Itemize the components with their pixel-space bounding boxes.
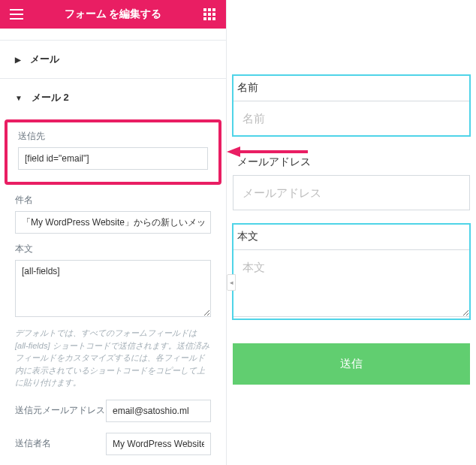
sidebar-topbar: フォーム を編集する <box>0 0 226 29</box>
preview-body-block[interactable]: 本文 <box>233 224 470 319</box>
svg-rect-0 <box>10 9 23 11</box>
topbar-title: フォーム を編集する <box>65 8 162 21</box>
svg-rect-1 <box>10 14 23 15</box>
subject-input[interactable] <box>15 211 211 234</box>
section-body: 件名 本文 デフォルトでは、すべてのフォームフィールドは [all-fields… <box>0 194 226 465</box>
preview-email-block[interactable]: メールアドレス <box>233 149 470 210</box>
subject-label: 件名 <box>15 194 211 207</box>
form-preview: 名前 メールアドレス 本文 送信 <box>227 75 476 385</box>
section-title: メール <box>30 53 59 66</box>
editor-sidebar: フォーム を編集する ▶ メール ▼ メール 2 送信先 件名 <box>0 0 227 465</box>
svg-rect-2 <box>10 18 23 20</box>
svg-rect-6 <box>203 13 206 16</box>
chevron-down-icon: ▼ <box>15 94 23 102</box>
svg-rect-3 <box>203 8 206 11</box>
preview-name-input[interactable] <box>233 101 470 136</box>
menu-button[interactable] <box>8 5 26 23</box>
preview-name-block[interactable]: 名前 <box>233 75 470 136</box>
from-name-row: 送信者名 <box>15 433 211 455</box>
widgets-button[interactable] <box>200 5 218 23</box>
section-mail2: ▼ メール 2 送信先 件名 本文 デフォルトでは、すべてのフォームフィールドは… <box>0 79 226 465</box>
svg-rect-10 <box>208 17 211 20</box>
preview-name-label: 名前 <box>233 75 470 101</box>
svg-rect-7 <box>208 13 211 16</box>
highlighted-field: 送信先 <box>5 119 221 185</box>
body-label: 本文 <box>15 243 211 255</box>
subject-row: 件名 <box>15 194 211 234</box>
preview-panel: 名前 メールアドレス 本文 送信 <box>227 0 476 465</box>
chevron-left-icon: ◂ <box>230 279 233 286</box>
preview-body-textarea[interactable] <box>233 249 470 317</box>
from-email-input[interactable] <box>106 400 211 422</box>
from-email-label: 送信元メールアドレス <box>15 404 106 417</box>
to-label: 送信先 <box>18 130 208 143</box>
svg-rect-9 <box>203 17 206 20</box>
section-title: メール 2 <box>32 91 69 104</box>
help-text: デフォルトでは、すべてのフォームフィールドは [all-fields] ショート… <box>15 327 211 389</box>
svg-rect-11 <box>212 17 215 20</box>
from-name-input[interactable] <box>106 433 211 455</box>
svg-rect-4 <box>208 8 211 11</box>
preview-body-label: 本文 <box>233 224 470 249</box>
hamburger-icon <box>10 9 23 20</box>
section-header-mail2[interactable]: ▼ メール 2 <box>0 79 226 116</box>
preview-email-label: メールアドレス <box>233 149 470 175</box>
body-row: 本文 <box>15 243 211 319</box>
grid-icon <box>203 8 215 20</box>
panel-drag-handle[interactable]: ◂ <box>227 274 236 291</box>
svg-rect-5 <box>212 8 215 11</box>
body-textarea[interactable] <box>15 260 211 317</box>
section-mail: ▶ メール <box>0 41 226 79</box>
section-header-mail[interactable]: ▶ メール <box>0 41 226 78</box>
from-email-row: 送信元メールアドレス <box>15 400 211 422</box>
to-input[interactable] <box>18 147 208 170</box>
chevron-right-icon: ▶ <box>15 56 21 64</box>
svg-rect-8 <box>212 13 215 16</box>
spacer <box>0 29 226 41</box>
from-name-label: 送信者名 <box>15 437 106 450</box>
submit-button[interactable]: 送信 <box>233 343 470 385</box>
preview-email-input[interactable] <box>233 175 470 210</box>
